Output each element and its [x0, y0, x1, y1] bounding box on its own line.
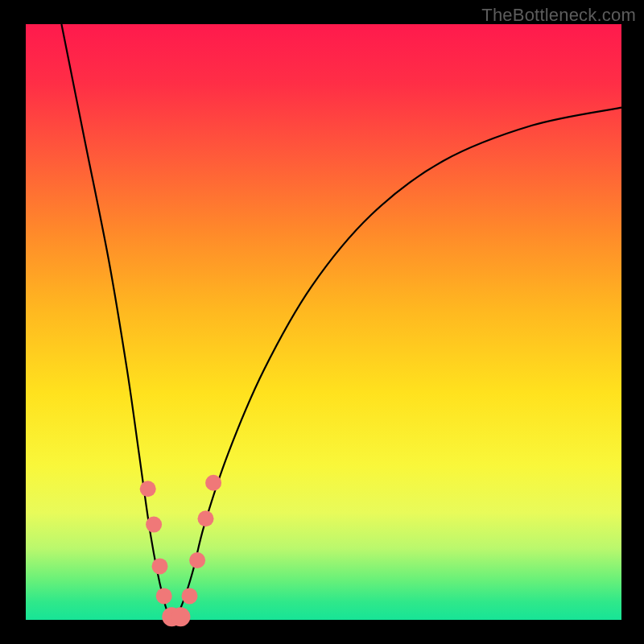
plot-svg — [26, 24, 621, 620]
highlighted-point — [140, 481, 156, 497]
highlighted-point — [152, 558, 168, 574]
chart-stage: TheBottleneck.com — [0, 0, 644, 644]
highlighted-point — [171, 607, 190, 626]
highlighted-point — [146, 517, 162, 533]
highlighted-point — [198, 510, 214, 526]
watermark-text: TheBottleneck.com — [481, 5, 636, 26]
highlighted-point — [205, 475, 221, 491]
highlighted-point — [189, 552, 205, 568]
bottleneck-curve-line — [61, 24, 621, 620]
highlighted-point — [182, 588, 198, 604]
highlighted-point — [156, 588, 172, 604]
marker-group — [140, 475, 221, 627]
